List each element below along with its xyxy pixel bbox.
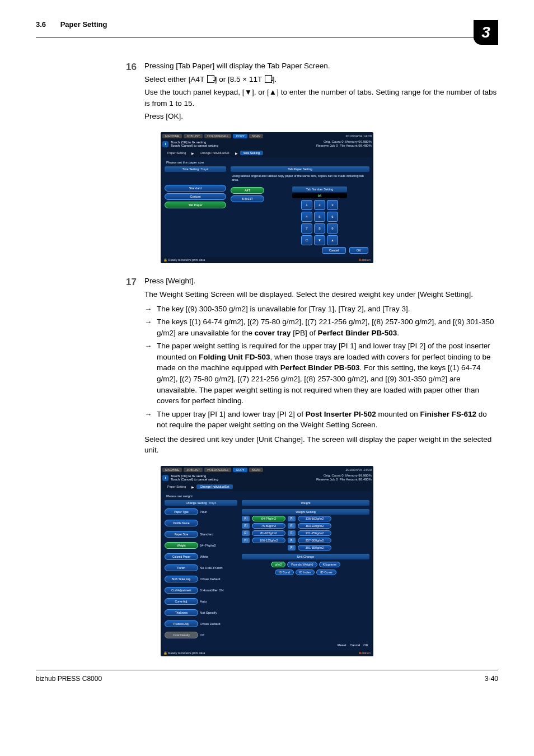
weight-key: (6) bbox=[288, 523, 296, 529]
tab-paper-button[interactable]: Tab Paper bbox=[165, 202, 226, 208]
tab-joblist[interactable]: JOB LIST bbox=[184, 134, 203, 138]
weight-key[interactable]: 75-80g/m2 bbox=[252, 523, 285, 529]
datetime: 2010/04/04 14:00 bbox=[345, 134, 372, 138]
step17-bullet-3: The paper weight setting is required for… bbox=[144, 340, 498, 406]
weight-key: (3) bbox=[242, 530, 250, 536]
weight-key[interactable]: 221-256g/m2 bbox=[298, 530, 331, 536]
unit-g-m2[interactable]: g/m2 bbox=[271, 562, 285, 567]
weight-key[interactable]: 163-220g/m2 bbox=[298, 523, 331, 529]
ok-button[interactable]: OK bbox=[363, 643, 368, 647]
cancel-button[interactable]: Cancel bbox=[322, 247, 346, 254]
reset-button[interactable]: Reset bbox=[338, 643, 346, 647]
weight-key[interactable]: 81-105g/m2 bbox=[252, 530, 285, 536]
step16-line1: Pressing [Tab Paper] will display the Ta… bbox=[144, 60, 498, 72]
step17-bullet-4: The upper tray [PI 1] and lower tray [PI… bbox=[144, 409, 498, 431]
step17-bullet-2: The keys [(1) 64-74 g/m2], [(2) 75-80 g/… bbox=[144, 316, 498, 338]
setting-weight[interactable]: Weight bbox=[165, 542, 198, 549]
chapter-badge: 3 bbox=[474, 20, 498, 45]
section-number: 3.6 bbox=[36, 20, 46, 29]
step17-bullet-1: The key [(9) 300-350 g/m2] is unavailabl… bbox=[144, 304, 498, 315]
weight-key[interactable]: 136-162g/m2 bbox=[298, 516, 331, 521]
weight-key: (5) bbox=[288, 516, 296, 521]
step-number-16: 16 bbox=[114, 60, 144, 124]
footer-rule bbox=[36, 670, 498, 670]
cancel-button[interactable]: Cancel bbox=[350, 643, 360, 647]
keypad[interactable]: 123 456 789 C▼▲ bbox=[292, 200, 347, 245]
ok-button[interactable]: OK bbox=[349, 247, 368, 254]
unit-id-bond[interactable]: ID Bond bbox=[275, 570, 294, 575]
step16-line2: Select either [A4T ] or [8.5 × 11T ]. bbox=[144, 74, 498, 85]
tab-copy[interactable]: COPY bbox=[233, 134, 247, 138]
setting-profile-name[interactable]: Profile Name bbox=[165, 520, 198, 526]
unit-kilograms[interactable]: Kilograms bbox=[319, 562, 340, 567]
setting-thickness[interactable]: Thickness bbox=[165, 609, 198, 616]
section-title: Paper Setting bbox=[60, 20, 107, 29]
setting-curve-adj-[interactable]: Curve Adj. bbox=[165, 598, 198, 605]
weight-key: (2) bbox=[242, 523, 250, 529]
step17-line2: The Weight Setting Screen will be displa… bbox=[144, 289, 498, 300]
tab-scan[interactable]: SCAN bbox=[249, 134, 263, 138]
tab-icon bbox=[265, 75, 272, 83]
a4t-button[interactable]: A4T bbox=[231, 187, 264, 194]
tab-recall[interactable]: HOLD/RECALL bbox=[204, 134, 231, 138]
header-rule bbox=[36, 38, 498, 38]
step16-line3: Use the touch panel keypad, [▼], or [▲] … bbox=[144, 87, 498, 109]
weight-key[interactable]: 106-135g/m2 bbox=[252, 538, 285, 543]
weight-key: (4) bbox=[242, 538, 250, 543]
step16-line4: Press [OK]. bbox=[144, 111, 498, 122]
tab-icon bbox=[207, 75, 214, 83]
tab-number-display: 05 bbox=[292, 193, 347, 198]
weight-key: (9) bbox=[288, 545, 296, 550]
setting-punch[interactable]: Punch bbox=[165, 564, 198, 571]
setting-curl-adjustment[interactable]: Curl Adjustment bbox=[165, 587, 198, 594]
custom-button[interactable]: Custom bbox=[165, 193, 226, 200]
weight-key: (7) bbox=[288, 530, 296, 536]
weight-key[interactable]: 301-350g/m2 bbox=[298, 545, 331, 550]
tab-machine[interactable]: MACHINE bbox=[162, 134, 182, 138]
footer-model: bizhub PRESS C8000 bbox=[36, 675, 102, 683]
letter-tab-button[interactable]: 8.5x11T bbox=[231, 195, 264, 202]
weight-key: (1) bbox=[242, 516, 250, 521]
setting-both-sides-adj-[interactable]: Both Sides Adj. bbox=[165, 576, 198, 582]
setting-paper-type[interactable]: Paper Type bbox=[165, 508, 198, 515]
running-header: 3.6 Paper Setting bbox=[36, 20, 498, 30]
weight-key[interactable]: 257-300g/m2 bbox=[298, 538, 331, 543]
step17-line3: Select the desired unit key under [Unit … bbox=[144, 434, 498, 456]
setting-process-adj-[interactable]: Process Adj. bbox=[165, 620, 198, 627]
unit-id-index[interactable]: ID Index bbox=[296, 570, 315, 575]
unit-id-cover[interactable]: ID Cover bbox=[316, 570, 336, 575]
weight-key[interactable]: 64-74g/m2 bbox=[252, 516, 285, 521]
info-icon: i bbox=[162, 475, 168, 481]
setting-colored-paper[interactable]: Colored Paper bbox=[165, 553, 198, 560]
step17-line1: Press [Weight]. bbox=[144, 276, 498, 287]
weight-setting-screenshot: MACHINE JOB LIST HOLD/RECALL COPY SCAN 2… bbox=[161, 466, 373, 656]
standard-button[interactable]: Standard bbox=[165, 185, 226, 192]
setting-color-density[interactable]: Color Density bbox=[165, 632, 198, 638]
step-number-17: 17 bbox=[114, 276, 144, 458]
info-icon: i bbox=[162, 141, 168, 147]
footer-page: 3-40 bbox=[485, 675, 498, 683]
tab-paper-screenshot: MACHINE JOB LIST HOLD/RECALL COPY SCAN 2… bbox=[161, 132, 373, 264]
weight-key: (8) bbox=[288, 538, 296, 543]
unit-pounds-weight-[interactable]: Pounds(Weight) bbox=[287, 562, 317, 567]
setting-paper-size[interactable]: Paper Size bbox=[165, 531, 198, 538]
